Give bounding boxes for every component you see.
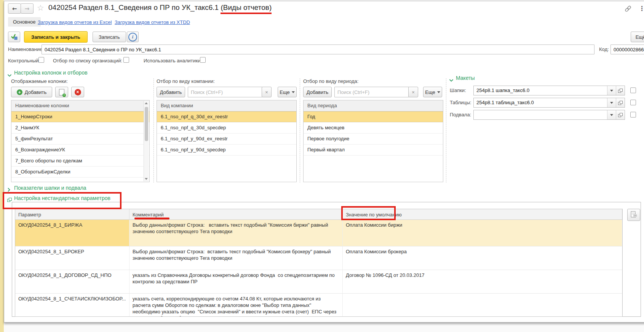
table-row[interactable]: ОКУД0420254_8_1_СЧЕТАИСКЛЮЧИЗОБОР... ука… bbox=[15, 294, 622, 316]
more-actions-button[interactable]: Ещё bbox=[631, 32, 644, 42]
col-header-param[interactable]: Параметр bbox=[15, 209, 129, 219]
list-item[interactable]: 6_ВознаграждениеУК bbox=[11, 145, 149, 156]
tab-main[interactable]: Основное bbox=[8, 17, 41, 27]
header-footer-section-title[interactable]: Показатели шапки и подвала bbox=[14, 185, 86, 191]
layout-footer-combo[interactable] bbox=[473, 110, 625, 120]
more-menu-icon[interactable]: ⋮ bbox=[639, 5, 644, 12]
list-item[interactable]: Первое полугодие bbox=[304, 133, 443, 145]
period-list-header[interactable]: Вид периода bbox=[304, 100, 443, 111]
list-item[interactable]: Девять месяцев bbox=[304, 122, 443, 133]
default-value-cell[interactable] bbox=[343, 294, 622, 316]
list-item[interactable]: 5_финРезультат bbox=[11, 133, 149, 145]
change-history-button[interactable]: i bbox=[127, 32, 139, 42]
custom-params-popout-icon[interactable] bbox=[7, 198, 12, 202]
period-filter-more-button[interactable]: Еще bbox=[423, 87, 442, 97]
displayed-columns-add-button[interactable]: + Добавить bbox=[11, 87, 52, 97]
param-cell[interactable]: ОКУД0420254_8_1_СЧЕТАИСКЛЮЧИЗОБОР... bbox=[15, 294, 129, 316]
period-filter-add-button[interactable]: Добавить bbox=[303, 87, 332, 97]
company-filter-search-clear-button[interactable]: × bbox=[262, 87, 272, 97]
name-input[interactable] bbox=[42, 44, 594, 54]
table-row[interactable]: ОКУД0420254_8_1_БРОКЕР Выбор данных/форм… bbox=[15, 246, 622, 270]
table-row[interactable]: ОКУД0420254_8_1_ДОГОВОР_СД_НПО указать и… bbox=[15, 270, 622, 294]
list-item[interactable]: Год bbox=[304, 111, 443, 122]
desktop-background bbox=[0, 0, 4, 332]
company-filter-add-button[interactable]: Добавить bbox=[157, 87, 185, 97]
list-item[interactable]: 7_Всего обороты по сделкам bbox=[11, 156, 149, 167]
comment-cell[interactable]: Выбор данных/формат Строка: вставить тек… bbox=[129, 246, 343, 270]
displayed-columns-label: Отображаемые колонки: bbox=[11, 78, 68, 84]
control-flag-checkbox[interactable] bbox=[38, 57, 44, 63]
list-item[interactable]: 6.1_nso_npf_y_90d_specdep bbox=[157, 145, 296, 156]
layout-table-value[interactable]: 254р8.1 таблица_такс6.0 bbox=[474, 98, 607, 107]
layout-table-dropdown-button[interactable] bbox=[607, 98, 616, 107]
panel-separator[interactable] bbox=[446, 78, 446, 183]
param-cell[interactable]: ОКУД0420254_8_1_БРОКЕР bbox=[15, 246, 129, 270]
panel-separator[interactable] bbox=[153, 78, 154, 183]
company-filter-more-button[interactable]: Еще bbox=[278, 87, 297, 97]
layouts-section-chevron-icon[interactable] bbox=[449, 77, 454, 84]
layouts-section-title[interactable]: Макеты bbox=[456, 75, 475, 81]
default-value-cell[interactable]: Оплата Комиссии биржи bbox=[343, 220, 622, 246]
table-row[interactable]: ОКУД0420254_8_1_БИРЖА Выбор данных/форма… bbox=[15, 220, 622, 246]
use-analytics-flag-checkbox[interactable] bbox=[200, 57, 206, 63]
displayed-columns-delete-button[interactable]: × bbox=[71, 87, 84, 97]
param-cell[interactable]: ОКУД0420254_8_1_БИРЖА bbox=[15, 220, 129, 246]
list-item[interactable]: 6.1_nso_npf_y_90d_ex_reestr bbox=[157, 133, 296, 145]
scroll-up-icon[interactable] bbox=[145, 102, 148, 104]
layout-footer-open-button[interactable] bbox=[616, 110, 625, 119]
default-value-cell[interactable]: Оплата Комиссии брокера bbox=[343, 246, 622, 270]
param-cell[interactable]: ОКУД0420254_8_1_ДОГОВОР_СД_НПО bbox=[15, 270, 129, 293]
write-object-button[interactable] bbox=[8, 32, 20, 42]
save-button[interactable]: Записать bbox=[93, 32, 126, 42]
list-item[interactable]: 6.1_nso_npf_q_30d_ex_reestr bbox=[157, 111, 296, 122]
custom-params-section-title[interactable]: Настройка нестандартных параметров bbox=[14, 195, 110, 201]
code-input[interactable] bbox=[610, 44, 644, 54]
default-value-cell[interactable]: Договор № 1096-СД от 20.03.2017 bbox=[343, 270, 622, 293]
back-button[interactable]: ← bbox=[8, 3, 21, 14]
layout-header-combo[interactable]: 254р8.1 шапка_такс6.0 bbox=[473, 86, 625, 95]
scrollbar-thumb[interactable] bbox=[145, 107, 148, 141]
period-filter-search-clear-button[interactable]: × bbox=[408, 87, 418, 97]
col-header-default[interactable]: Значение по умолчанию bbox=[343, 209, 622, 219]
layout-header-dropdown-button[interactable] bbox=[607, 86, 616, 95]
comment-cell[interactable]: Выбор данных/формат Строка: вставить тек… bbox=[129, 220, 343, 246]
scroll-down-icon[interactable] bbox=[145, 178, 148, 180]
use-analytics-flag-label: Использовать аналитики: bbox=[144, 58, 202, 64]
list-item[interactable]: 6.1_nso_npf_q_30d_specdep bbox=[157, 122, 296, 133]
columns-section-title[interactable]: Настройка колонок и отборов bbox=[14, 70, 88, 76]
layout-table-open-button[interactable] bbox=[616, 98, 625, 107]
layout-footer-value[interactable] bbox=[474, 110, 607, 119]
comment-cell[interactable]: указать из Справочника Договоры конкретн… bbox=[129, 270, 343, 293]
save-and-close-button[interactable]: Записать и закрыть bbox=[24, 31, 88, 43]
company-list-header[interactable]: Вид компании bbox=[157, 100, 296, 111]
link-load-from-xtdd[interactable]: Загрузка видов отчетов из XTDD bbox=[115, 19, 190, 25]
layout-header-open-button[interactable] bbox=[616, 86, 625, 95]
col-header-comment[interactable]: Комментарий bbox=[129, 209, 343, 219]
list-item[interactable]: 2_НаимУК bbox=[11, 122, 149, 133]
scrollbar[interactable] bbox=[144, 101, 149, 181]
columns-section-chevron-icon[interactable] bbox=[7, 72, 12, 79]
dropdown-arrow-icon bbox=[610, 90, 613, 92]
org-filter-flag-checkbox[interactable] bbox=[123, 57, 129, 63]
period-filter-search-input[interactable] bbox=[334, 87, 409, 97]
displayed-columns-copy-button[interactable] bbox=[55, 87, 68, 97]
layout-header-checkbox[interactable] bbox=[630, 87, 636, 93]
panel-separator[interactable] bbox=[300, 78, 300, 183]
displayed-columns-list-header[interactable]: Наименование колонки bbox=[11, 100, 149, 111]
list-item[interactable]: 8_ОборотыБиржСделки bbox=[11, 167, 149, 178]
company-filter-search-input[interactable] bbox=[188, 87, 262, 97]
favorite-star-icon[interactable]: ☆ bbox=[37, 3, 44, 13]
layout-table-combo[interactable]: 254р8.1 таблица_такс6.0 bbox=[473, 98, 625, 108]
comment-cell[interactable]: указать счета, корреспондирующие со счет… bbox=[129, 294, 343, 316]
list-item[interactable]: Первый квартал bbox=[304, 145, 443, 156]
forward-button[interactable]: → bbox=[21, 3, 34, 14]
layout-footer-checkbox[interactable] bbox=[630, 112, 636, 118]
list-item[interactable]: 1_НомерСтроки bbox=[11, 111, 149, 122]
link-load-from-excel[interactable]: Загрузка видов отчетов из Excel bbox=[38, 19, 112, 25]
layout-footer-dropdown-button[interactable] bbox=[607, 110, 616, 119]
layout-header-value[interactable]: 254р8.1 шапка_такс6.0 bbox=[474, 86, 607, 95]
params-settings-button[interactable] bbox=[627, 209, 640, 221]
layout-table-checkbox[interactable] bbox=[630, 100, 636, 105]
get-link-icon[interactable] bbox=[624, 5, 632, 14]
header-footer-section-chevron-icon[interactable] bbox=[7, 187, 11, 194]
